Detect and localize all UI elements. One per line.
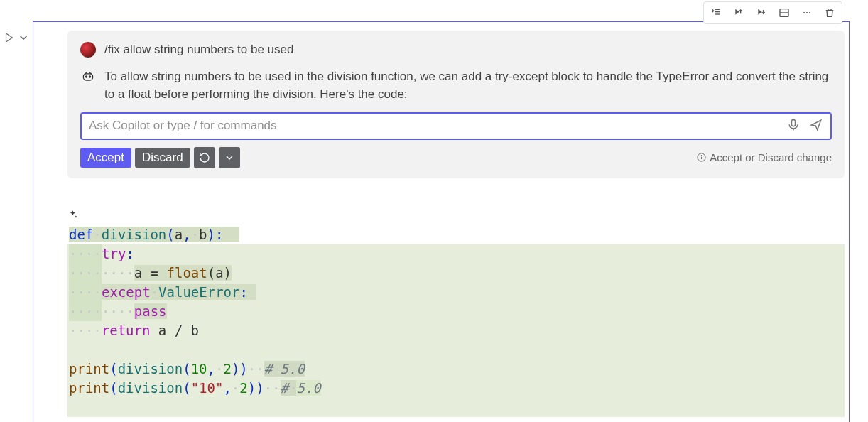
mic-icon[interactable]: [786, 118, 801, 134]
svg-point-10: [89, 75, 90, 77]
cell-toolbar: [703, 1, 842, 24]
code-line: ····except·ValueError:: [67, 283, 845, 302]
run-by-line-icon[interactable]: [706, 4, 726, 21]
run-cell-gutter[interactable]: [0, 31, 31, 44]
code-line: ········pass: [67, 302, 845, 321]
code-line: ········a = float(a): [67, 264, 845, 283]
svg-point-14: [701, 156, 702, 156]
svg-point-6: [806, 12, 808, 13]
code-line: [67, 398, 845, 417]
svg-point-7: [809, 12, 810, 13]
collapse-button[interactable]: [219, 147, 240, 168]
svg-point-5: [803, 12, 805, 13]
delete-cell-icon[interactable]: [820, 4, 840, 21]
user-prompt: /fix allow string numbers to be used: [104, 40, 293, 59]
svg-rect-11: [792, 119, 796, 126]
discard-button[interactable]: Discard: [135, 148, 190, 168]
info-icon: [696, 152, 707, 163]
play-icon: [3, 31, 16, 44]
chevron-down-icon: [224, 152, 235, 163]
hint-text: Accept or Discard change: [696, 151, 832, 163]
code-line: [67, 340, 845, 359]
code-editor[interactable]: def·division(a,·b): ····try:········a = …: [67, 187, 845, 423]
copilot-chat-panel: /fix allow string numbers to be used To …: [67, 31, 845, 178]
copilot-input-field[interactable]: [89, 119, 786, 133]
user-avatar: [80, 42, 96, 58]
code-line: print(division("10",·2))··#·5.0: [67, 379, 845, 398]
code-line: ····return a / b: [67, 321, 845, 340]
notebook-cell: /fix allow string numbers to be used To …: [0, 21, 850, 422]
copilot-avatar-icon: [80, 69, 96, 85]
code-line: print(division(10,·2))··#·5.0: [67, 359, 845, 379]
copilot-input[interactable]: [80, 112, 832, 140]
execute-below-icon[interactable]: [752, 4, 771, 21]
svg-rect-8: [83, 73, 92, 80]
sparkle-icon: [67, 206, 78, 225]
send-icon[interactable]: [809, 118, 823, 134]
more-actions-icon[interactable]: [797, 4, 817, 21]
accept-button[interactable]: Accept: [80, 148, 131, 168]
execute-above-icon[interactable]: [729, 4, 749, 21]
refresh-icon: [199, 152, 210, 163]
assistant-reply: To allow string numbers to be used in th…: [104, 67, 832, 104]
chevron-down-icon: [17, 31, 30, 44]
svg-point-9: [85, 75, 87, 77]
code-line: def·division(a,·b):: [67, 225, 845, 244]
regenerate-button[interactable]: [194, 147, 215, 168]
code-line: ····try:: [67, 244, 845, 264]
split-cell-icon[interactable]: [774, 4, 794, 21]
actions-row: Accept Discard Accept or Discard change: [80, 147, 832, 168]
